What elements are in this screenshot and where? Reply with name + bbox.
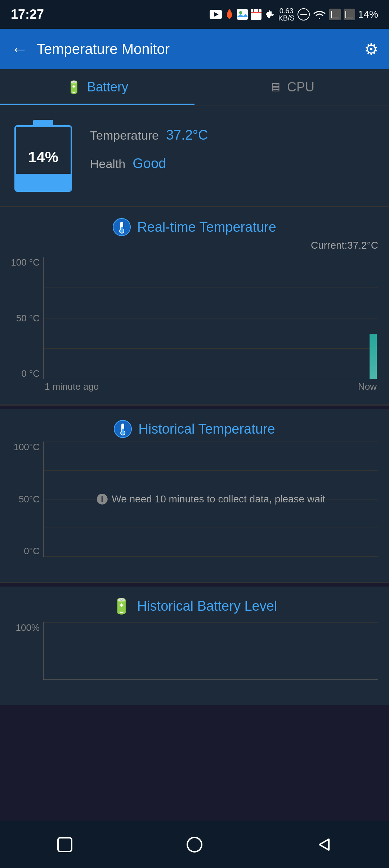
- hist-y-100: 100°C: [11, 442, 43, 453]
- hist-grid-25: [44, 470, 378, 471]
- hist-temp-header: Historical Temperature: [7, 420, 382, 438]
- svg-marker-30: [319, 839, 329, 850]
- realtime-y-axis: 100 °C 50 °C 0 °C: [11, 257, 43, 379]
- realtime-chart: 100 °C 50 °C 0 °C 1 minute ago Now: [11, 257, 378, 394]
- svg-rect-5: [251, 9, 261, 20]
- tab-battery-label: Battery: [87, 80, 128, 95]
- nav-back-button[interactable]: [314, 835, 334, 854]
- hist-battery-header: 🔋 Historical Battery Level: [7, 597, 382, 615]
- hist-temp-y-axis: 100°C 50°C 0°C: [11, 442, 43, 557]
- hist-y-50: 50°C: [11, 494, 43, 505]
- battery-body: 14%: [14, 125, 72, 192]
- realtime-temp-title: Real-time Temperature: [137, 220, 276, 235]
- battery-info-section: 14% Temperature 37.2°C Health Good: [0, 105, 389, 206]
- info-icon: i: [97, 494, 107, 505]
- realtime-data-bar: [370, 334, 377, 379]
- hist-temp-title: Historical Temperature: [138, 421, 275, 437]
- status-icons: 0.63 KB/S 14%: [210, 7, 378, 22]
- hist-batt-grid: [44, 622, 378, 623]
- battery-tab-icon: 🔋: [66, 80, 81, 94]
- photos-icon: [237, 9, 248, 20]
- health-row: Health Good: [90, 156, 375, 171]
- hist-battery-section: 🔋 Historical Battery Level 100%: [0, 587, 389, 705]
- battery-percentage-label: 14%: [16, 125, 71, 190]
- tab-bar: 🔋 Battery 🖥 CPU: [0, 69, 389, 105]
- grid-line-25: [44, 288, 378, 288]
- battery-visual: 14%: [14, 120, 72, 192]
- tab-cpu-label: CPU: [287, 80, 314, 95]
- temperature-row: Temperature 37.2°C: [90, 127, 375, 143]
- svg-rect-2: [237, 9, 248, 20]
- status-time: 17:27: [11, 7, 44, 22]
- divider-2: [0, 404, 389, 406]
- gear-icon: [264, 9, 275, 20]
- historical-temp-section: Historical Temperature 100°C 50°C 0°C i …: [0, 409, 389, 582]
- battery-icon-hist: 🔋: [112, 597, 131, 615]
- thermometer-icon-realtime: [113, 218, 131, 236]
- health-label: Health: [90, 157, 125, 171]
- tab-battery[interactable]: 🔋 Battery: [0, 69, 194, 105]
- sim2-icon: [344, 9, 355, 20]
- realtime-x-axis: 1 minute ago Now: [43, 379, 378, 394]
- cpu-tab-icon: 🖥: [269, 80, 281, 94]
- y-label-50: 50 °C: [11, 313, 43, 324]
- hist-y-0: 0°C: [11, 546, 43, 557]
- circle-icon: [185, 835, 204, 854]
- youtube-icon: [210, 10, 222, 19]
- grid-line-top: [44, 257, 378, 257]
- bottom-nav: [0, 821, 389, 868]
- battery-percent-status: 14%: [358, 9, 378, 20]
- y-label-0: 0 °C: [11, 368, 43, 379]
- hist-battery-title: Historical Battery Level: [137, 598, 277, 614]
- hist-temp-wait-message: i We need 10 minutes to collect data, pl…: [97, 493, 325, 505]
- app-title: Temperature Monitor: [37, 41, 170, 57]
- y-label-100: 100 °C: [11, 257, 43, 268]
- svg-point-27: [121, 431, 125, 435]
- svg-rect-12: [329, 9, 341, 20]
- minus-icon: [298, 8, 310, 21]
- svg-point-3: [239, 11, 242, 14]
- x-label-end: Now: [358, 381, 377, 392]
- network-speed: 0.63 KB/S: [278, 7, 295, 22]
- hist-temp-chart: 100°C 50°C 0°C i We need 10 minutes to c…: [11, 442, 378, 571]
- hist-temp-plot-area: i We need 10 minutes to collect data, pl…: [43, 442, 378, 557]
- realtime-temp-section: Real-time Temperature Current:37.2°C 100…: [0, 207, 389, 404]
- status-bar: 17:27 0.63 KB/S 14%: [0, 0, 389, 29]
- hist-grid-100: [44, 556, 378, 557]
- realtime-plot-area: [43, 257, 378, 379]
- calendar-icon: [251, 9, 261, 20]
- svg-rect-6: [251, 12, 261, 13]
- thermometer-icon-hist: [114, 420, 132, 438]
- hist-batt-y-100: 100%: [11, 622, 43, 633]
- hist-battery-plot-area: [43, 622, 378, 680]
- battery-details: Temperature 37.2°C Health Good: [90, 127, 375, 184]
- back-nav-icon: [314, 835, 334, 854]
- sim1-icon: [329, 9, 341, 20]
- square-icon: [55, 835, 75, 854]
- grid-line-75: [44, 348, 378, 349]
- divider-3: [0, 582, 389, 583]
- hist-battery-y-axis: 100%: [11, 622, 43, 694]
- grid-line-50: [44, 318, 378, 318]
- health-value: Good: [133, 156, 166, 171]
- svg-point-22: [120, 229, 124, 233]
- x-label-start: 1 minute ago: [45, 381, 99, 392]
- hist-grid-75: [44, 528, 378, 528]
- nav-home-button[interactable]: [185, 835, 204, 854]
- settings-button[interactable]: ⚙: [364, 40, 378, 58]
- back-button[interactable]: ←: [11, 39, 28, 59]
- realtime-section-header: Real-time Temperature: [7, 218, 382, 236]
- fire-icon: [225, 9, 234, 20]
- wifi-icon: [313, 9, 326, 20]
- svg-rect-28: [58, 838, 72, 851]
- current-temp-label: Current:37.2°C: [7, 240, 382, 251]
- hist-battery-chart: 100%: [11, 622, 378, 694]
- svg-rect-15: [344, 9, 355, 20]
- svg-point-29: [187, 837, 202, 852]
- temperature-value: 37.2°C: [166, 127, 208, 143]
- nav-recent-button[interactable]: [55, 835, 75, 854]
- tab-cpu[interactable]: 🖥 CPU: [194, 69, 389, 105]
- hist-grid-top: [44, 442, 378, 442]
- temperature-label: Temperature: [90, 128, 159, 143]
- app-bar: ← Temperature Monitor ⚙: [0, 29, 389, 69]
